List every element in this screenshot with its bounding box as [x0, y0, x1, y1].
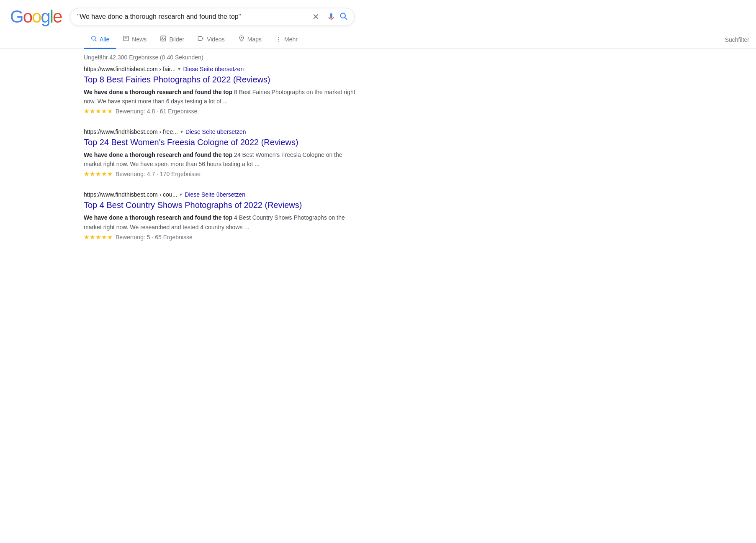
tab-alle-label: Alle	[100, 36, 109, 43]
result-snippet-bold-1: We have done a thorough research and fou…	[84, 89, 232, 95]
result-title-2[interactable]: Top 24 Best Women's Freesia Cologne of 2…	[84, 137, 360, 148]
svg-line-3	[95, 40, 96, 41]
result-url-arrow-2: ▾	[180, 129, 183, 135]
result-url-arrow-3: ▾	[180, 192, 182, 197]
search-divider	[323, 12, 323, 22]
search-bar: ✕	[70, 8, 355, 26]
result-rating-1: ★★★★★ Bewertung: 4,8 · 61 Ergebnisse	[84, 108, 360, 115]
result-stars-1: ★★★★★	[84, 108, 113, 115]
news-icon	[123, 35, 129, 44]
tab-news[interactable]: News	[116, 31, 153, 49]
result-rating-text-3: Bewertung: 5 · 65 Ergebnisse	[116, 234, 193, 241]
tab-videos-label: Videos	[207, 36, 225, 43]
alle-icon	[90, 35, 97, 44]
videos-icon	[198, 35, 204, 44]
svg-point-8	[162, 37, 163, 38]
result-rating-text-2: Bewertung: 4,7 · 170 Ergebnisse	[116, 171, 201, 177]
logo-letter-g2: g	[41, 7, 49, 27]
result-url-line-3: https://www.findthisbest.com › cou... ▾ …	[84, 191, 360, 198]
suchfilter-button[interactable]: Suchfilter	[718, 32, 756, 47]
result-title-1[interactable]: Top 8 Best Fairies Photographs of 2022 (…	[84, 74, 360, 85]
result-url-arrow-1: ▾	[178, 66, 180, 72]
svg-point-11	[241, 37, 242, 38]
result-rating-3: ★★★★★ Bewertung: 5 · 65 Ergebnisse	[84, 233, 360, 241]
clear-icon[interactable]: ✕	[312, 12, 319, 22]
tab-videos[interactable]: Videos	[191, 31, 231, 49]
result-rating-text-1: Bewertung: 4,8 · 61 Ergebnisse	[116, 108, 197, 115]
mehr-icon: ⋮	[275, 36, 282, 44]
result-item-1: https://www.findthisbest.com › fair... ▾…	[84, 66, 360, 115]
logo-letter-l: l	[50, 7, 53, 27]
svg-line-1	[345, 17, 347, 19]
result-snippet-bold-2: We have done a thorough research and fou…	[84, 151, 232, 158]
tab-maps[interactable]: Maps	[231, 31, 268, 49]
logo-letter-e: e	[53, 7, 62, 27]
result-translate-link-2[interactable]: Diese Seite übersetzen	[185, 128, 246, 135]
tab-mehr[interactable]: ⋮ Mehr	[268, 31, 304, 49]
svg-rect-7	[161, 36, 166, 41]
search-icon[interactable]	[339, 12, 347, 22]
result-stars-3: ★★★★★	[84, 233, 113, 241]
nav-tabs: Alle News Bilder Videos Maps ⋮ Mehr Such…	[0, 27, 756, 49]
result-snippet-1: We have done a thorough research and fou…	[84, 87, 360, 106]
tab-bilder[interactable]: Bilder	[153, 31, 191, 49]
tab-mehr-label: Mehr	[284, 36, 298, 43]
result-url-line-2: https://www.findthisbest.com › free... ▾…	[84, 128, 360, 135]
result-title-3[interactable]: Top 4 Best Country Shows Photographs of …	[84, 200, 360, 210]
result-translate-link-1[interactable]: Diese Seite übersetzen	[183, 66, 244, 72]
result-item-3: https://www.findthisbest.com › cou... ▾ …	[84, 191, 360, 241]
result-url-3: https://www.findthisbest.com › cou...	[84, 191, 177, 198]
logo-letter-o1: o	[23, 7, 32, 27]
result-snippet-bold-3: We have done a thorough research and fou…	[84, 214, 232, 221]
results-container: https://www.findthisbest.com › fair... ▾…	[0, 66, 360, 241]
tab-maps-label: Maps	[247, 36, 262, 43]
logo-letter-o2: o	[32, 7, 41, 27]
tab-alle[interactable]: Alle	[84, 31, 116, 49]
svg-rect-9	[198, 36, 202, 40]
bilder-icon	[160, 35, 167, 44]
result-translate-link-3[interactable]: Diese Seite übersetzen	[185, 191, 245, 198]
result-stars-2: ★★★★★	[84, 170, 113, 178]
google-logo[interactable]: Google	[10, 7, 62, 27]
result-url-2: https://www.findthisbest.com › free...	[84, 128, 178, 135]
tab-bilder-label: Bilder	[169, 36, 184, 43]
result-rating-2: ★★★★★ Bewertung: 4,7 · 170 Ergebnisse	[84, 170, 360, 178]
results-count: Ungefähr 42.300 Ergebnisse (0,40 Sekunde…	[0, 49, 756, 66]
logo-letter-g: G	[10, 7, 23, 27]
result-snippet-2: We have done a thorough research and fou…	[84, 150, 360, 169]
result-url-1: https://www.findthisbest.com › fair...	[84, 66, 175, 72]
microphone-icon[interactable]	[327, 12, 336, 21]
header: Google ✕	[0, 0, 756, 27]
tab-news-label: News	[132, 36, 147, 43]
result-item-2: https://www.findthisbest.com › free... ▾…	[84, 128, 360, 178]
maps-icon	[238, 35, 245, 44]
svg-rect-4	[123, 36, 129, 41]
result-snippet-3: We have done a thorough research and fou…	[84, 213, 360, 231]
result-url-line-1: https://www.findthisbest.com › fair... ▾…	[84, 66, 360, 72]
search-input[interactable]	[77, 13, 309, 20]
